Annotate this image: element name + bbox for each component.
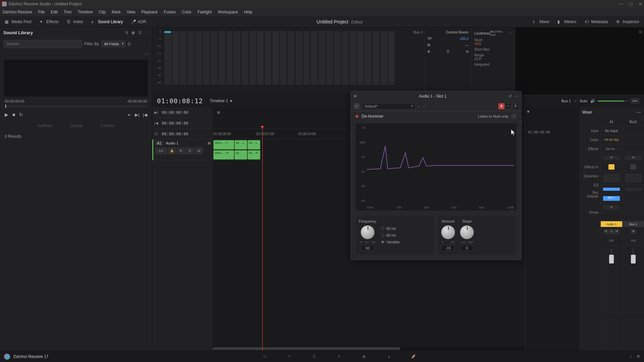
effects-button[interactable]: ✦Effects xyxy=(38,18,60,25)
close-icon[interactable]: ✕ xyxy=(639,2,642,6)
preview-scrubber[interactable] xyxy=(5,105,147,107)
freq-variable-radio[interactable]: Variable xyxy=(381,240,400,244)
menu-item[interactable]: View xyxy=(127,10,136,14)
metadata-button[interactable]: 🏷Metadata xyxy=(583,18,610,25)
loop-icon[interactable]: ↻ xyxy=(19,112,23,117)
menu-item[interactable]: Help xyxy=(244,10,252,14)
index-button[interactable]: ☰Index xyxy=(65,18,85,25)
effects-in-button[interactable] xyxy=(630,164,636,170)
amount-knob[interactable] xyxy=(441,225,455,239)
grid-view-icon[interactable]: ▦ xyxy=(131,31,135,35)
sort-icon[interactable]: ⇅ xyxy=(125,31,128,35)
auto-label[interactable]: Auto xyxy=(580,99,588,103)
nav-next-icon[interactable]: › xyxy=(147,51,149,56)
track-fx-indicator[interactable]: fx xyxy=(208,141,211,145)
menu-item[interactable]: Timeline xyxy=(77,10,93,14)
maximize-icon[interactable]: ▢ xyxy=(629,2,633,6)
color-page-icon[interactable]: ◉ xyxy=(360,353,368,360)
audio-clip[interactable]: de... xyxy=(234,150,247,160)
fusion-page-icon[interactable]: ✦ xyxy=(335,353,343,360)
next-preset-icon[interactable]: › xyxy=(423,104,426,108)
menu-item[interactable]: File xyxy=(38,10,45,14)
eq-slot[interactable] xyxy=(603,188,620,191)
nav-prev-icon[interactable]: ‹ xyxy=(145,51,146,56)
dynamics-slot[interactable] xyxy=(625,174,642,183)
speaker-icon[interactable]: 🔊 xyxy=(590,99,595,103)
inspector-button[interactable]: ⚙Inspector xyxy=(614,18,641,25)
mixer-button[interactable]: ⦀Mixer xyxy=(531,18,551,25)
mixer-channel-a1[interactable]: A1 No Input FX DY EQ De-Hu... + Bus 1 + … xyxy=(600,117,622,351)
confirm-button[interactable]: Confirm xyxy=(95,123,121,128)
slope-knob[interactable] xyxy=(460,225,474,239)
menu-item[interactable]: DaVinci Resolve xyxy=(3,10,32,14)
fader-handle[interactable] xyxy=(609,255,614,264)
ab-b-button[interactable]: B xyxy=(513,103,519,109)
freq-60hz-radio[interactable]: 60 Hz xyxy=(381,233,400,237)
fairlight-page-icon[interactable]: ♪ xyxy=(385,353,393,360)
dynamics-slot[interactable] xyxy=(603,174,620,183)
media-page-icon[interactable]: ▭ xyxy=(261,353,269,360)
record-button[interactable]: R xyxy=(177,147,185,154)
next-icon[interactable]: |◀ xyxy=(143,112,147,117)
audio-clip[interactable]: de... R xyxy=(248,150,260,160)
timeline-scrollbar[interactable] xyxy=(213,347,525,350)
minimize-icon[interactable]: — xyxy=(619,2,623,6)
menu-item[interactable]: Clip xyxy=(99,10,106,14)
slope-value[interactable]: 0 xyxy=(460,245,474,251)
settings-icon[interactable]: ⚙ xyxy=(637,354,640,359)
adr-button[interactable]: 🎤ADR xyxy=(129,18,148,25)
close-panel-icon[interactable]: ✕ xyxy=(354,94,357,99)
prev-icon[interactable]: ▶| xyxy=(135,112,139,117)
timeline-view-icon[interactable]: ⊞ xyxy=(215,109,222,116)
preset-select[interactable]: Default* xyxy=(362,103,415,110)
filter-select[interactable]: All Fields xyxy=(101,41,125,47)
more-icon[interactable]: ⋯ xyxy=(145,31,149,35)
transport-start-icon[interactable]: ▶| xyxy=(154,110,159,115)
effects-in-button[interactable] xyxy=(608,164,614,170)
eq-slot[interactable] xyxy=(625,188,642,191)
menu-item[interactable]: Mark xyxy=(112,10,121,14)
skip-back-icon[interactable]: ⇤ xyxy=(128,112,131,117)
mute-button[interactable]: M xyxy=(195,147,203,154)
cut-page-icon[interactable]: ✂ xyxy=(285,353,293,360)
menu-item[interactable]: Fairlight xyxy=(198,10,212,14)
frequency-knob[interactable] xyxy=(361,225,375,239)
menu-item[interactable]: Trim xyxy=(64,10,72,14)
frequency-value[interactable]: 50 xyxy=(361,245,374,251)
freq-50hz-radio[interactable]: 50 Hz xyxy=(381,227,400,231)
reset-icon[interactable]: ↺ xyxy=(508,94,512,99)
listen-checkbox[interactable]: ✓ xyxy=(512,114,517,119)
audio-clip[interactable]: dees... - R xyxy=(213,150,234,160)
menu-item[interactable]: Fusion xyxy=(164,10,176,14)
add-bus-button[interactable]: + xyxy=(603,205,620,210)
track-db[interactable]: 0.0 xyxy=(155,147,167,154)
audio-clip[interactable]: dees... - L xyxy=(213,140,234,149)
mixer-channel-bus1[interactable]: Bus1 + Bus 1 M 0.0 xyxy=(622,117,644,351)
solo-button[interactable]: S xyxy=(186,147,194,154)
audio-clip[interactable]: de... L xyxy=(248,140,260,149)
amount-value[interactable]: -15 xyxy=(441,245,455,251)
audio-track-header[interactable]: A1 Audio 1 fx 0.0 🔒 R S M xyxy=(152,139,213,160)
search-input[interactable] xyxy=(3,40,82,48)
edit-page-icon[interactable]: ☰ xyxy=(310,353,318,360)
add-effect-button[interactable]: + xyxy=(625,156,642,160)
more-icon[interactable]: ⋯ xyxy=(637,110,641,115)
marker[interactable] xyxy=(527,111,529,113)
play-icon[interactable]: ▶ xyxy=(5,112,8,117)
timeline-selector[interactable]: Timeline 1▾ xyxy=(210,99,232,103)
more-icon[interactable]: ⋯ xyxy=(508,31,512,36)
more-icon[interactable]: ⋯ xyxy=(515,94,519,99)
ab-copy-button[interactable]: + xyxy=(505,103,512,109)
playhead[interactable] xyxy=(262,129,263,351)
media-pool-button[interactable]: ▦Media Pool xyxy=(3,18,34,25)
deliver-page-icon[interactable]: 🚀 xyxy=(410,353,418,360)
fader-handle[interactable] xyxy=(631,255,636,264)
prev-preset-icon[interactable]: ‹ xyxy=(417,104,421,108)
transport-end-icon[interactable]: |◀ xyxy=(154,121,159,125)
menu-item[interactable]: Color xyxy=(182,10,192,14)
menu-item[interactable]: Workspace xyxy=(218,10,238,14)
audition-button[interactable]: Audition xyxy=(31,123,58,128)
add-effect-button[interactable]: + xyxy=(603,156,620,160)
cancel-button[interactable]: Cancel xyxy=(64,123,89,128)
menu-item[interactable]: Edit xyxy=(51,10,58,14)
